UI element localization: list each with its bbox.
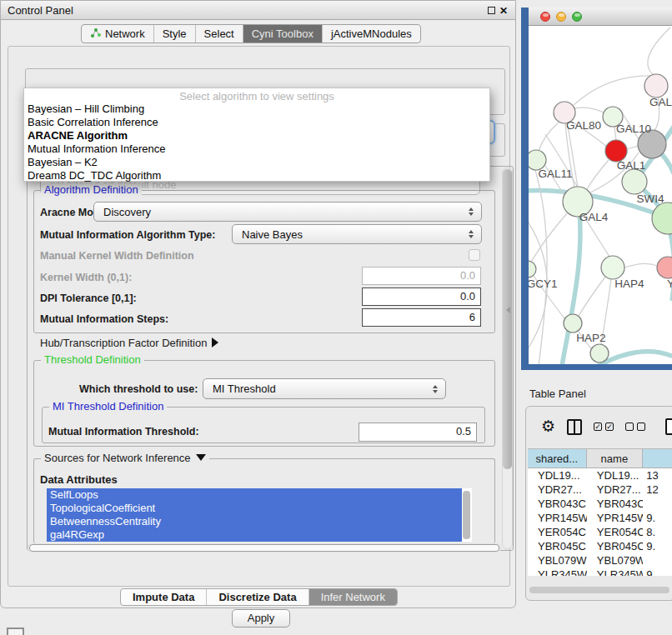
network-node-label: HAP2 bbox=[576, 332, 605, 344]
manual-kernel-checkbox[interactable] bbox=[469, 249, 480, 261]
table-cell: YLR345W bbox=[587, 568, 644, 576]
bottom-corner-partial-icon bbox=[7, 628, 24, 635]
attributes-scrollbar-thumb[interactable] bbox=[463, 491, 470, 539]
network-edge[interactable] bbox=[579, 277, 605, 316]
tab-select[interactable]: Select bbox=[196, 25, 243, 42]
table-row[interactable]: YBR043CYBR043C bbox=[528, 497, 672, 511]
float-window-icon[interactable] bbox=[488, 6, 498, 16]
table-row[interactable]: YBL079WYBL079W bbox=[528, 553, 672, 568]
manual-kernel-label: Manual Kernel Width Definition bbox=[40, 250, 194, 262]
table-row[interactable]: YDR27...YDR27...12 bbox=[528, 482, 672, 497]
network-node-label: GAL1 bbox=[617, 159, 646, 172]
attribute-list-item[interactable]: BetweennessCentrality bbox=[47, 515, 462, 528]
network-edge[interactable] bbox=[648, 28, 670, 76]
settings-scrollbar-thumb[interactable] bbox=[503, 169, 512, 469]
tab-jactivemnodules[interactable]: jActiveMNodules bbox=[323, 25, 420, 42]
table-cell: 9. bbox=[643, 511, 672, 525]
aracne-mode-select[interactable]: Discovery bbox=[93, 202, 482, 222]
horizontal-scrollbar-thumb[interactable] bbox=[29, 544, 499, 552]
attribute-list-item[interactable]: SelfLoops bbox=[47, 488, 462, 502]
table-header: shared...name bbox=[528, 448, 672, 468]
unchecked-boxes-icon[interactable] bbox=[625, 422, 645, 431]
network-node[interactable] bbox=[652, 202, 672, 234]
table-cell bbox=[643, 497, 672, 511]
network-node[interactable] bbox=[590, 344, 609, 362]
table-horizontal-scrollbar[interactable] bbox=[529, 587, 669, 593]
attribute-list-item[interactable]: gal4RGexp bbox=[47, 528, 462, 542]
which-threshold-select[interactable]: MI Threshold bbox=[203, 378, 446, 399]
attribute-list-item[interactable]: TopologicalCoefficient bbox=[47, 502, 462, 515]
kernel-width-label: Kernel Width (0,1): bbox=[40, 272, 132, 283]
cyni-bottom-tabbar: Impute Data Discretize Data Infer Networ… bbox=[120, 588, 398, 606]
table-row[interactable]: YDL19...YDL19...13 bbox=[528, 468, 672, 482]
algorithm-option[interactable]: Dream8 DC_TDC Algorithm bbox=[24, 169, 489, 182]
network-node[interactable] bbox=[644, 74, 668, 98]
table-row[interactable]: YBR045CYBR045C9. bbox=[528, 539, 672, 553]
network-node[interactable] bbox=[601, 256, 624, 279]
network-node-label: Y bbox=[667, 278, 672, 290]
network-edge[interactable] bbox=[627, 146, 638, 149]
table-cell: YPR145W bbox=[528, 511, 587, 525]
tab-cyni-toolbox[interactable]: Cyni Toolbox bbox=[243, 25, 323, 42]
close-icon[interactable]: ✕ bbox=[499, 5, 509, 15]
zoom-traffic-light-icon[interactable] bbox=[572, 12, 582, 22]
dpi-tolerance-input[interactable]: 0.0 bbox=[362, 288, 481, 306]
network-edge[interactable] bbox=[574, 76, 654, 105]
combo-arrows-icon bbox=[464, 208, 478, 216]
kernel-width-input[interactable]: 0.0 bbox=[362, 267, 481, 285]
mi-threshold-group-title: MI Threshold Definition bbox=[49, 400, 167, 412]
column-header[interactable] bbox=[643, 449, 672, 468]
algorithm-option[interactable]: ARACNE Algorithm bbox=[24, 129, 489, 142]
network-node[interactable] bbox=[657, 257, 672, 278]
network-edge[interactable] bbox=[574, 108, 604, 112]
network-canvas[interactable]: GALGAL80GAL10GAL1GAL11SWI4GAL4GCY1HAP4YH… bbox=[529, 26, 672, 364]
table-cell: 12 bbox=[643, 482, 672, 497]
tab-style[interactable]: Style bbox=[154, 25, 196, 42]
network-node-label: GAL4 bbox=[579, 211, 609, 223]
hub-definition-toggle[interactable]: Hub/Transcription Factor Definition bbox=[40, 337, 218, 349]
network-node[interactable] bbox=[564, 314, 582, 332]
table-cell: 8. bbox=[643, 525, 672, 539]
algorithm-popup-placeholder: Select algorithm to view settings bbox=[24, 88, 489, 102]
sources-group-title[interactable]: Sources for Network Inference bbox=[41, 452, 209, 464]
control-panel-window: Control Panel ✕ Network Style Select Cyn… bbox=[0, 0, 516, 608]
document-icon[interactable] bbox=[665, 418, 672, 435]
network-view-window: GALGAL80GAL10GAL1GAL11SWI4GAL4GCY1HAP4YH… bbox=[521, 8, 672, 370]
table-cell bbox=[643, 553, 672, 568]
close-traffic-light-icon[interactable] bbox=[540, 12, 550, 22]
splitter-collapse-arrow-icon[interactable] bbox=[506, 307, 510, 313]
table-panel: ⚙ ✓✓ shared...name YDL19...YDL19...13YDR… bbox=[525, 406, 672, 601]
checked-boxes-icon[interactable]: ✓✓ bbox=[594, 422, 614, 431]
tab-discretize-data[interactable]: Discretize Data bbox=[207, 589, 308, 605]
table-row[interactable]: YPR145WYPR145W9. bbox=[528, 511, 672, 525]
table-row[interactable]: YLR345WYLR345W9. bbox=[528, 568, 672, 576]
network-edge[interactable] bbox=[539, 122, 559, 151]
mi-algorithm-type-select[interactable]: Naive Bayes bbox=[232, 224, 482, 244]
control-panel-title: Control Panel bbox=[8, 4, 73, 17]
table-row[interactable]: YER054CYER054C8. bbox=[528, 525, 672, 539]
mi-steps-input[interactable]: 6 bbox=[362, 308, 481, 327]
data-attributes-label: Data Attributes bbox=[40, 473, 118, 486]
network-node[interactable] bbox=[622, 169, 647, 194]
tab-infer-network[interactable]: Infer Network bbox=[309, 589, 397, 605]
tab-network[interactable]: Network bbox=[82, 25, 154, 42]
algorithm-option[interactable]: Bayesian – Hill Climbing bbox=[24, 102, 489, 116]
apply-button[interactable]: Apply bbox=[232, 609, 290, 628]
split-columns-icon[interactable] bbox=[567, 419, 582, 435]
tab-impute-data[interactable]: Impute Data bbox=[121, 589, 207, 605]
algorithm-option[interactable]: Bayesian – K2 bbox=[24, 156, 489, 169]
algorithm-popup-list: Bayesian – Hill ClimbingBasic Correlatio… bbox=[24, 102, 489, 182]
data-attributes-list: SelfLoopsTopologicalCoefficientBetweenne… bbox=[47, 488, 472, 542]
algorithm-definition-title: Algorithm Definition bbox=[41, 183, 142, 196]
column-header[interactable]: shared... bbox=[528, 449, 587, 468]
cyni-toolbox-panel: gal-filtered sif default node Select alg… bbox=[8, 46, 510, 587]
column-header[interactable]: name bbox=[587, 449, 643, 468]
algorithm-option[interactable]: Basic Correlation Inference bbox=[24, 116, 489, 129]
gear-icon[interactable]: ⚙ bbox=[541, 418, 555, 435]
minimize-traffic-light-icon[interactable] bbox=[556, 12, 566, 22]
network-edge[interactable] bbox=[624, 263, 657, 268]
mi-threshold-input[interactable]: 0.5 bbox=[359, 422, 477, 442]
network-node[interactable] bbox=[529, 261, 536, 278]
algorithm-dropdown-popup: Select algorithm to view settings Bayesi… bbox=[23, 88, 490, 182]
algorithm-option[interactable]: Mutual Information Inference bbox=[24, 142, 489, 156]
